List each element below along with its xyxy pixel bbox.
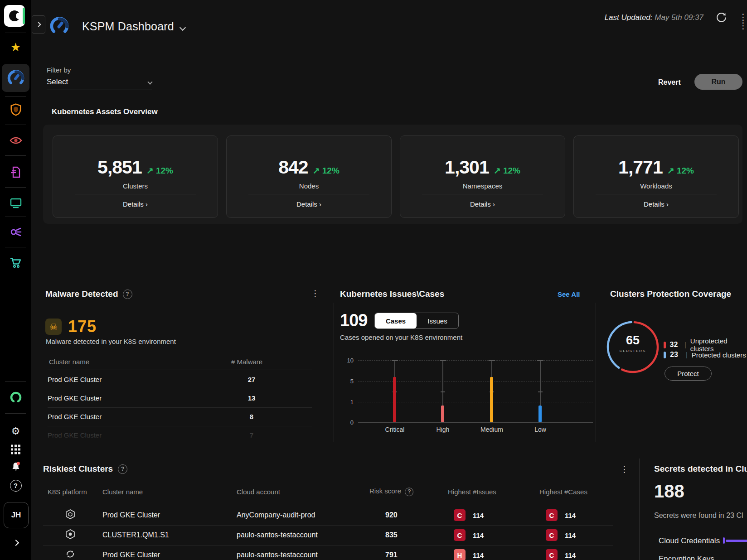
app-logo[interactable] [4, 5, 25, 27]
help-icon[interactable]: ? [123, 290, 132, 299]
help-icon[interactable]: ? [118, 464, 127, 474]
last-updated: Last Updated: May 5th 09:37 [539, 13, 703, 22]
monitor-icon[interactable] [0, 198, 31, 208]
secrets-bar [726, 540, 747, 542]
details-link[interactable]: Details › [574, 200, 738, 208]
kubernetes-icon [65, 529, 76, 541]
collapse-panel-button[interactable] [32, 15, 45, 34]
see-all-link[interactable]: See All [558, 290, 580, 298]
col-cluster-name: Cluster name [102, 488, 143, 496]
legend-protected: 23 | Protected clusters [664, 351, 746, 359]
bar-medium [490, 377, 493, 422]
stat-card-workloads: 1,771 ↗ 12% Workloads Details › [573, 135, 739, 218]
avatar[interactable]: JH [4, 502, 29, 528]
malware-col-count: # Malware [231, 358, 262, 366]
malware-table-row[interactable]: Prod GKE Cluster 13 [48, 389, 312, 408]
select-chevron-icon [147, 79, 152, 84]
tab-issues[interactable]: Issues [417, 313, 458, 328]
secret-item-cloud-credentials[interactable]: Cloud Credentials [659, 536, 720, 546]
delta-up-icon: ↗ 12% [494, 165, 520, 176]
malware-table-row[interactable]: Prod GKE Cluster 8 [48, 407, 312, 426]
gke-icon [65, 509, 76, 521]
favorites-star-icon[interactable]: ★ [0, 41, 31, 53]
malware-subtitle: Malware detected in your K8S environment [46, 338, 176, 345]
legend-swatch [664, 342, 666, 348]
bell-icon[interactable] [0, 461, 31, 472]
tab-cases[interactable]: Cases [375, 313, 417, 328]
openshift-icon [65, 549, 76, 560]
refresh-icon[interactable] [715, 11, 728, 25]
coverage-title: Clusters Protection Coverage [610, 289, 731, 299]
shield-icon[interactable] [0, 103, 31, 116]
details-link[interactable]: Details › [227, 200, 391, 208]
details-link[interactable]: Details › [400, 200, 565, 208]
sidebar-expand-chevron-icon[interactable] [0, 541, 31, 545]
header-kebab-menu-icon[interactable]: ⋮⋮ [739, 13, 747, 30]
severity-badge: C [454, 509, 466, 521]
chart-subtitle: Cases opened on your K8S environment [340, 333, 462, 341]
col-cloud-account: Cloud account [237, 488, 280, 496]
riskiest-kebab-menu-icon[interactable]: ⋮ [620, 465, 629, 473]
severity-badge: H [454, 549, 466, 560]
riskiest-table-row[interactable]: Prod GKE Cluster paulo-santos-testaccoun… [43, 545, 613, 560]
col-highest-issues: Highest #Issues [448, 488, 496, 496]
cart-icon[interactable] [0, 257, 31, 269]
malware-kebab-menu-icon[interactable]: ⋮ [311, 289, 320, 298]
riskiest-table-row[interactable]: Prod GKE Cluster AnyCompany-audit-prod 9… [43, 505, 613, 526]
delta-up-icon: ↗ 12% [313, 165, 340, 176]
malware-col-cluster: Cluster name [49, 358, 89, 366]
cases-issues-toggle: Cases Issues [374, 313, 459, 329]
malware-table-row[interactable]: Prod GKE Cluster 27 [48, 370, 312, 389]
secrets-subtitle: Secrets were found in 23 Cl [654, 512, 743, 520]
malware-panel-header: Malware Detected ? [45, 289, 132, 299]
bar-critical [393, 377, 396, 422]
col-highest-cases: Highest #Cases [539, 488, 587, 496]
delta-up-icon: ↗ 12% [146, 165, 173, 176]
help-icon[interactable]: ? [0, 480, 31, 492]
protect-button[interactable]: Protect [665, 367, 712, 381]
stat-card-nodes: 842 ↗ 12% Nodes Details › [226, 135, 392, 218]
eye-icon[interactable] [0, 136, 31, 145]
severity-badge: C [546, 549, 558, 560]
severity-badge: C [546, 529, 558, 541]
assets-cards-container: 5,851 ↗ 12% Clusters Details › 842 ↗ 12%… [43, 125, 742, 224]
donut-center-label: 65 CLUSTERS [606, 334, 660, 353]
page-title: KSPM Dashboard [82, 20, 174, 33]
bar-high [441, 406, 444, 422]
riskiest-table-row[interactable]: CLUSTER1.QM1.S1 paulo-santos-testaccount… [43, 525, 613, 546]
bar-low [538, 406, 542, 422]
revert-button[interactable]: Revert [658, 78, 681, 87]
cases-chart: 10 5 1 0 Critical High Medium Low [339, 353, 593, 444]
malware-count: 175 [68, 317, 97, 336]
graph-icon[interactable] [0, 227, 31, 237]
title-dropdown-chevron-icon[interactable] [180, 24, 185, 32]
severity-badge: C [454, 529, 466, 541]
secret-item-encryption-keys[interactable]: Encryption Keys [659, 555, 714, 560]
stat-card-namespaces: 1,301 ↗ 12% Namespaces Details › [400, 135, 565, 218]
ring-icon[interactable] [0, 391, 31, 404]
kspm-gauge-icon[interactable] [0, 70, 31, 86]
issues-cases-title: Kubernetes Issues\Cases [340, 289, 444, 299]
delta-up-icon: ↗ 12% [667, 165, 694, 176]
details-link[interactable]: Details › [53, 200, 218, 208]
gear-icon[interactable]: ⚙ [0, 426, 31, 436]
malware-table-row[interactable]: Prod GKE Cluster 7 [48, 426, 312, 444]
help-icon[interactable]: ? [405, 488, 413, 496]
run-button[interactable]: Run [694, 74, 742, 90]
riskiest-title: Riskiest Clusters [43, 464, 113, 474]
cases-count: 109 [340, 311, 367, 330]
secrets-bar-cap [723, 537, 725, 544]
document-icon[interactable] [0, 166, 31, 178]
stat-card-clusters: 5,851 ↗ 12% Clusters Details › [53, 135, 218, 218]
riskiest-panel-header: Riskiest Clusters ? [43, 464, 127, 474]
assets-overview-title: Kubernetes Assets Overview [52, 107, 158, 116]
filter-label: Filter by [47, 66, 71, 74]
filter-select[interactable]: Select [47, 77, 152, 90]
secrets-title: Secrets detected in Clu [654, 464, 747, 474]
secrets-count: 188 [654, 481, 684, 502]
malware-title: Malware Detected [45, 289, 118, 299]
col-k8s-platform: K8S platform [48, 488, 87, 496]
apps-grid-icon[interactable] [0, 445, 31, 454]
severity-badge: C [546, 509, 558, 521]
legend-unprotected: 32 | Unprotected clusters [664, 337, 747, 352]
